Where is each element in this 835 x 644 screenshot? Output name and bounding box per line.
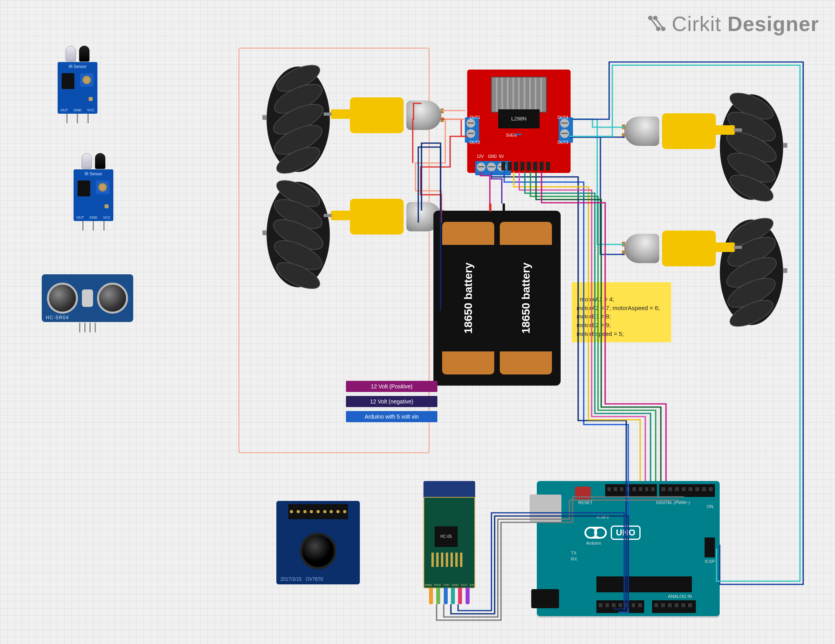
svg-rect-17 [262,231,266,235]
ir-led-black-icon [95,153,105,169]
l298n-5ven-label: 5VEN [506,133,517,138]
brand-watermark: Cirkit Designer [647,12,819,36]
svg-point-3 [662,27,665,31]
ov7670-model: OV7670 [305,576,323,582]
analog-label: ANALOG IN [668,594,692,599]
crystal-icon [82,289,93,307]
l298n-driver[interactable]: L298N OUT1 OUT2 OUT4 OUT3 5VEN 12V GND 5… [467,70,571,173]
svg-rect-31 [783,268,787,273]
ir-pin-label: VCC [87,108,95,112]
atmega-chip-icon [596,576,692,592]
ir-sensor-title: IR Sensor [74,172,113,176]
l298n-out4-label: OUT4 [557,115,568,120]
sonar-receiver-icon [97,283,128,314]
ir-pin-label: GND [74,108,82,112]
rx-led-label: RX [571,557,577,561]
svg-point-2 [656,27,660,31]
digital-label: DIGITAL (PWM~) [656,500,690,505]
l298n-out3-label: OUT3 [557,140,568,145]
camera-lens-icon [300,533,336,569]
hcsr04-label: HC-SR04 [46,315,69,320]
svg-point-0 [649,16,652,19]
ir-chip-icon [78,180,90,196]
ir-pin-label: OUT [60,108,68,112]
hc05-pin-header [427,588,471,604]
l298n-5v-label: 5V [499,154,504,159]
hc05-pin-label: TXD [443,583,449,587]
hcsr04-ultrasonic[interactable]: HC-SR04 [42,274,133,332]
ov7670-camera[interactable]: 2017/3/15 OV7670 [276,501,360,596]
ir-pin-label: VCC [103,215,111,219]
dc-motor-rr[interactable] [624,227,716,270]
battery-cell-label: 18650 battery [520,262,532,334]
hc05-pin-label: EN [470,583,474,587]
mecanum-wheel-rl[interactable] [262,179,334,290]
reset-label: RESET [578,500,593,505]
hc05-pin-label: GND [452,583,459,587]
ov7670-date: 2017/3/15 [280,576,301,582]
battery-cell-label: 18650 battery [462,262,475,334]
svg-rect-10 [262,115,266,120]
ir-led-clear-icon [82,153,92,169]
arduino-logo-icon [584,527,607,539]
tx-led-label: TX [571,551,577,555]
ir-sensor-2[interactable]: IR Sensor OUT GND VCC [70,153,117,231]
uno-label: UNO [611,526,641,540]
battery-holder-18650[interactable]: 18650 battery 18650 battery [433,211,561,386]
mecanum-wheel-rr[interactable] [716,217,787,328]
ir-led-black-icon [79,46,89,62]
hc05-pin-label: State [425,583,432,587]
ir-pot-icon [80,73,93,87]
icsp2-label: ICSP2 [596,514,609,519]
icsp-label: ICSP [705,559,715,564]
dc-motor-fl[interactable] [350,93,441,137]
note-pill-12v-neg[interactable]: 12 Volt (negative) [346,396,437,407]
note-motor-pins[interactable]: motorA1 = 4; motorA2 = 7; motorAspeed = … [572,282,671,342]
arduino-name: Arduino [586,541,601,545]
ir-sensor-1[interactable]: IR Sensor OUT GND VCC [54,46,101,123]
hc05-pin-label: VCC [461,583,468,587]
barrel-jack-icon [531,589,559,608]
mecanum-wheel-fl[interactable] [262,64,334,175]
ir-pot-icon [96,180,109,194]
l298n-chip-label: L298N [498,109,540,128]
note-text: motorA1 = 4; motorA2 = 7; motorAspeed = … [577,296,660,337]
l298n-out2-label: OUT2 [470,140,480,145]
hc05-chip-label: HC-05 [435,526,458,547]
note-pill-12v-pos[interactable]: 12 Volt (Positive) [346,381,437,392]
battery-pos-lead [489,204,491,211]
sonar-transmitter-icon [47,283,78,314]
heatsink-icon [491,77,547,113]
hc05-pin-label: RXD [434,583,441,587]
ir-pin-label: OUT [76,215,84,219]
brand-icon [647,14,667,34]
l298n-out1-label: OUT1 [470,115,480,120]
ir-chip-icon [62,73,74,89]
ir-led-clear-icon [66,46,76,62]
note-pill-arduino-vin[interactable]: Arduino with 5 volt vin [346,411,437,422]
battery-neg-lead [503,204,505,211]
l298n-gnd-label: GND [488,154,497,159]
brand-name-light: Cirkit [672,12,721,35]
icsp-header [705,537,715,557]
ir-sensor-title: IR Sensor [58,64,97,69]
hc05-bluetooth[interactable]: HC-05 State RXD TXD GND VCC EN [423,481,475,604]
dc-motor-rl[interactable] [350,195,441,239]
mecanum-wheel-fr[interactable] [716,91,787,203]
svg-point-1 [654,16,657,19]
ir-pin-label: GND [89,215,97,219]
antenna-icon [431,553,463,567]
l298n-12v-label: 12V [477,154,484,159]
svg-rect-24 [783,143,787,148]
on-label: ON [707,504,714,509]
reset-button[interactable] [575,487,591,499]
brand-name-bold: Designer [727,12,819,35]
usb-port-icon [530,495,561,522]
arduino-uno[interactable]: RESET DIGITAL (PWM~) ICSP2 ON UNO Arduin… [537,481,720,616]
dc-motor-fr[interactable] [624,109,716,153]
